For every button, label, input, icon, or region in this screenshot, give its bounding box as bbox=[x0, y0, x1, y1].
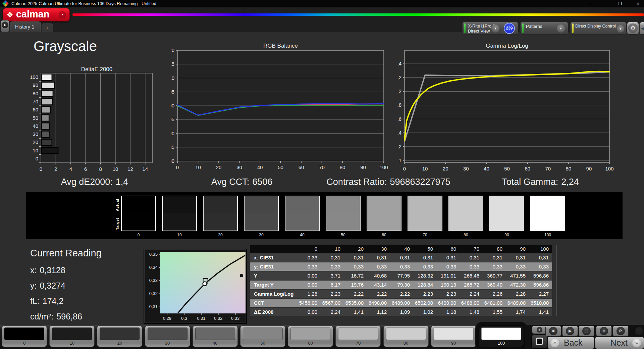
pattern-button-60[interactable]: 60 bbox=[288, 326, 333, 347]
reading-cdm2: cd/m²:596,86 bbox=[30, 312, 102, 321]
table-cell: 0,31 bbox=[390, 253, 413, 262]
window-title: Calman 2025 Calman Ultimate for Business… bbox=[11, 0, 156, 7]
settings-button[interactable]: ⚙ bbox=[627, 22, 639, 35]
grayscale-swatch-0 bbox=[121, 196, 156, 231]
pattern-button-80[interactable]: 80 bbox=[383, 326, 429, 347]
next-chevron-icon: » bbox=[632, 339, 641, 347]
display-control-selector[interactable]: Direct Display Control ▼ bbox=[570, 22, 626, 35]
refresh-icon: ⟳ bbox=[616, 327, 625, 335]
calman-app-window: Calman 2025 Calman Ultimate for Business… bbox=[0, 0, 644, 349]
svg-text:95: 95 bbox=[171, 116, 174, 122]
current-reading-panel: Current Reading x:0,3128y:0,3274fL:174,2… bbox=[30, 248, 102, 327]
maximize-button[interactable]: ❐ bbox=[612, 0, 628, 7]
meter-selector[interactable]: X-Rite i1Pro 2 Direct View ▼ 239 bbox=[462, 22, 518, 35]
stop-icon: ■ bbox=[549, 327, 557, 335]
display-control-status-indicator bbox=[572, 23, 574, 33]
svg-text:1,2: 1,2 bbox=[397, 144, 401, 149]
meter-status-indicator bbox=[464, 23, 466, 33]
table-cell: 1,18 bbox=[436, 307, 460, 316]
table-cell: 6567,00 bbox=[321, 298, 344, 307]
table-cell: 1,09 bbox=[390, 307, 413, 316]
table-cell: 191,01 bbox=[436, 271, 460, 280]
table-cell: 40,68 bbox=[367, 271, 390, 280]
table-cell: 0,33 bbox=[298, 262, 321, 271]
expand-pattern-panel-button[interactable]: ▲ bbox=[532, 326, 547, 334]
svg-text:85: 85 bbox=[171, 144, 174, 150]
pattern-button-50[interactable]: 50 bbox=[240, 326, 285, 347]
svg-text:0,29: 0,29 bbox=[163, 316, 171, 321]
collapse-panel-button[interactable]: ◀ bbox=[639, 22, 644, 35]
table-cell: 6499,00 bbox=[436, 298, 460, 307]
pattern-level-label: 20 bbox=[97, 341, 142, 346]
add-tab-button[interactable]: + bbox=[42, 23, 53, 32]
pattern-button-0[interactable]: 0 bbox=[2, 326, 47, 347]
table-row: CCT5456,006567,006535,006498,006489,0065… bbox=[250, 298, 552, 307]
calman-menu-button[interactable]: ❖ calman ▼ bbox=[3, 8, 70, 21]
table-cell: 0,33 bbox=[460, 262, 483, 271]
minimize-button[interactable]: – bbox=[583, 0, 598, 7]
tab-history-1[interactable]: History 1 bbox=[10, 21, 41, 32]
pattern-button-70[interactable]: 70 bbox=[335, 326, 381, 347]
close-button[interactable]: ✕ bbox=[630, 0, 644, 7]
continuous-button[interactable]: ∞ bbox=[596, 326, 612, 337]
refresh-button[interactable]: ⟳ bbox=[613, 326, 629, 337]
pattern-swatch bbox=[481, 328, 521, 340]
table-cell: 2,22 bbox=[367, 289, 390, 298]
reading-circle-marker bbox=[203, 282, 207, 286]
pattern-button-30[interactable]: 30 bbox=[145, 326, 190, 347]
table-scrollbar[interactable] bbox=[556, 245, 557, 316]
svg-text:0,32: 0,32 bbox=[214, 316, 222, 321]
pattern-level-label: 30 bbox=[145, 341, 190, 346]
table-cell: 0,31 bbox=[506, 253, 529, 262]
pattern-button-90[interactable]: 90 bbox=[431, 326, 476, 347]
table-cell: 1,41 bbox=[529, 307, 552, 316]
svg-text:40: 40 bbox=[33, 123, 38, 129]
display-control-label: Direct Display Control bbox=[575, 24, 616, 29]
swatch-level-label: 0 bbox=[121, 233, 156, 237]
next-button[interactable]: Next » bbox=[595, 337, 644, 349]
back-button[interactable]: « Back bbox=[547, 337, 594, 349]
pattern-button-100[interactable]: 100 bbox=[479, 326, 524, 347]
grayscale-swatch-20 bbox=[203, 196, 238, 231]
table-cell: 0,33 bbox=[413, 262, 436, 271]
pattern-window-button[interactable] bbox=[531, 335, 547, 349]
pattern-button-20[interactable]: 20 bbox=[97, 326, 142, 347]
table-cell: 0,33 bbox=[390, 262, 413, 271]
stop-button[interactable]: ■ bbox=[545, 326, 561, 337]
svg-text:30: 30 bbox=[33, 131, 38, 137]
table-cell: 6,17 bbox=[321, 280, 344, 289]
pattern-swatch bbox=[195, 328, 235, 340]
table-cell: 0,31 bbox=[483, 253, 506, 262]
pattern-swatch bbox=[52, 328, 92, 340]
svg-text:2,4: 2,4 bbox=[397, 61, 401, 66]
play-button[interactable]: ▶ bbox=[562, 326, 578, 337]
table-cell: 6481,00 bbox=[483, 298, 506, 307]
table-cell: 0,33 bbox=[321, 262, 344, 271]
svg-text:2,2: 2,2 bbox=[397, 74, 401, 80]
column-header-100: 100 bbox=[529, 245, 552, 253]
calman-logo-text: calman bbox=[16, 9, 50, 20]
pattern-button-10[interactable]: 10 bbox=[49, 326, 95, 347]
svg-text:20: 20 bbox=[33, 139, 38, 145]
grayscale-swatch-10 bbox=[162, 196, 197, 231]
range-button[interactable]: [··] bbox=[579, 326, 594, 337]
reading-fl: fL:174,2 bbox=[30, 296, 102, 306]
svg-text:60: 60 bbox=[525, 166, 530, 171]
table-cell: 2,22 bbox=[390, 289, 413, 298]
table-cell: 0,33 bbox=[483, 262, 506, 271]
swatch-level-label: 100 bbox=[530, 233, 565, 237]
meter-count-badge[interactable]: 239 bbox=[504, 23, 515, 34]
pattern-button-40[interactable]: 40 bbox=[193, 326, 238, 347]
svg-text:70: 70 bbox=[545, 166, 551, 171]
table-row: Gamma Log/Log1,282,232,222,222,222,232,2… bbox=[250, 289, 552, 298]
layout-nav-button[interactable]: ▶ bbox=[1, 20, 9, 32]
column-header-10: 10 bbox=[321, 245, 344, 253]
patterns-selector[interactable]: Patterns ▼ bbox=[520, 22, 568, 35]
svg-text:90: 90 bbox=[586, 166, 592, 171]
table-cell: 0,31 bbox=[529, 253, 552, 262]
actual-row-label: Actual bbox=[115, 198, 119, 212]
current-reading-title: Current Reading bbox=[30, 248, 102, 259]
status-indicator-circle bbox=[634, 327, 644, 336]
table-cell: 79,30 bbox=[390, 280, 413, 289]
column-header-70: 70 bbox=[460, 245, 483, 253]
